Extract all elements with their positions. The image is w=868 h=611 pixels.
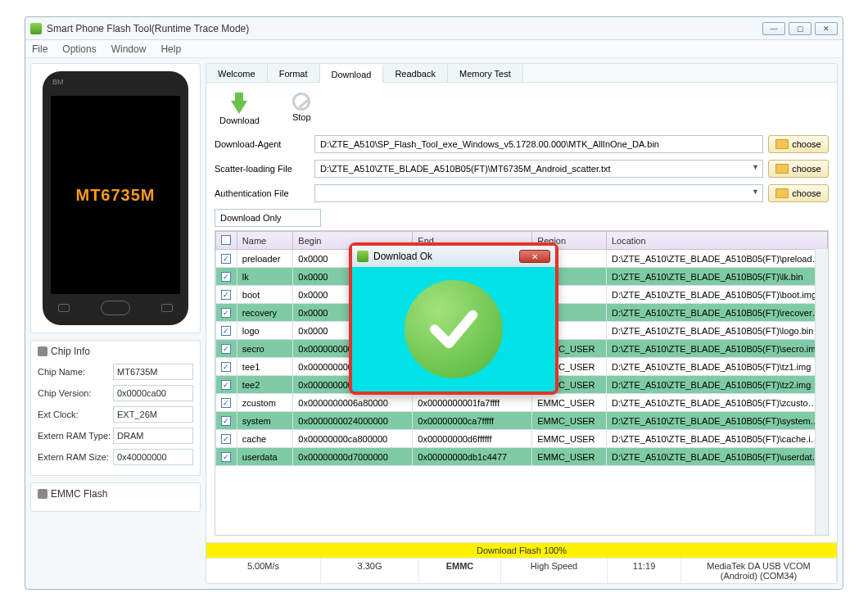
cell-end: 0x00000000d6ffffff [413,430,532,448]
row-checkbox[interactable]: ✓ [221,416,231,426]
cell-location: D:\ZTE_A510\ZTE_BLADE_A510B05(FT)\userda… [607,448,828,466]
status-port: MediaTek DA USB VCOM (Android) (COM34) [681,559,837,583]
tab-format[interactable]: Format [268,64,320,82]
softkey-home-icon [101,301,130,315]
table-row[interactable]: ✓userdata0x00000000d70000000x00000000db1… [216,448,828,466]
cell-region: EMMC_USER [532,430,607,448]
download-ok-dialog: Download Ok ✕ [349,242,558,395]
device-preview: MT6735M [30,63,201,333]
cell-location: D:\ZTE_A510\ZTE_BLADE_A510B05(FT)\tz1.im… [607,358,828,376]
tab-memory-test[interactable]: Memory Test [448,64,523,82]
emmc-title: EMMC Flash [38,488,193,500]
scatter-file-input[interactable]: D:\ZTE_A510\ZTE_BLADE_A510B05(FT)\MT6735… [314,160,763,178]
table-row[interactable]: ✓zcustom0x0000000006a800000x0000000001fa… [216,394,828,412]
status-speed: 5.00M/s [206,559,321,583]
download-button[interactable]: Download [219,93,260,125]
dialog-close-button[interactable]: ✕ [519,250,550,263]
chip-info-panel: Chip Info Chip Name:MT6735M Chip Version… [30,340,201,476]
chip-name-value: MT6735M [113,364,193,380]
ram-type-label: Extern RAM Type: [38,431,113,441]
stop-button[interactable]: Stop [292,93,311,125]
softkey-menu-icon [161,304,173,312]
cell-name: recovery [237,304,292,322]
maximize-button[interactable]: ▢ [789,22,811,35]
cell-name: lk [237,268,292,286]
choose-da-button[interactable]: choose [768,135,829,153]
status-size: 3.30G [321,559,419,583]
cell-location: D:\ZTE_A510\ZTE_BLADE_A510B05(FT)\zcusto… [607,394,828,412]
tab-welcome[interactable]: Welcome [206,64,268,82]
download-arrow-icon [231,101,247,114]
cell-name: cache [237,430,292,448]
row-checkbox[interactable]: ✓ [221,308,231,318]
header-checkbox[interactable] [221,235,231,245]
phone-frame: MT6735M [43,71,188,325]
status-mode: High Speed [501,559,608,583]
choose-scatter-button[interactable]: choose [768,160,829,178]
table-scrollbar[interactable] [815,249,828,535]
cell-name: secro [237,340,292,358]
stop-button-label: Stop [292,112,311,122]
cell-begin: 0x0000000024000000 [293,412,413,430]
ext-clock-label: Ext Clock: [38,410,113,419]
cell-location: D:\ZTE_A510\ZTE_BLADE_A510B05(FT)\secro.… [607,340,828,358]
cell-begin: 0x00000000ca800000 [293,430,413,448]
table-row[interactable]: ✓cache0x00000000ca8000000x00000000d6ffff… [216,430,828,448]
download-agent-label: Download-Agent [215,139,310,149]
close-button[interactable]: ✕ [815,22,838,35]
auth-file-input[interactable] [314,184,763,202]
col-name[interactable]: Name [237,232,292,250]
chip-name-label: Chip Name: [38,367,113,377]
menu-window[interactable]: Window [111,43,147,55]
row-checkbox[interactable]: ✓ [221,380,231,390]
cell-location: D:\ZTE_A510\ZTE_BLADE_A510B05(FT)\cache.… [607,430,828,448]
phone-screen: MT6735M [51,96,180,294]
row-checkbox[interactable]: ✓ [221,272,231,282]
row-checkbox[interactable]: ✓ [221,326,231,336]
row-checkbox[interactable]: ✓ [221,344,231,354]
table-row[interactable]: ✓system0x00000000240000000x00000000ca7ff… [216,412,828,430]
tab-download[interactable]: Download [320,65,384,83]
chip-info-title: Chip Info [38,346,193,357]
stop-icon [292,93,310,111]
auth-file-label: Authentication File [215,188,310,198]
cell-location: D:\ZTE_A510\ZTE_BLADE_A510B05(FT)\tz2.im… [607,376,828,394]
cell-end: 0x00000000db1c4477 [413,448,532,466]
cell-name: tee1 [237,358,292,376]
window-title: Smart Phone Flash Tool(Runtime Trace Mod… [47,23,249,34]
dialog-title: Download Ok [373,251,432,262]
ram-size-value: 0x40000000 [113,449,193,465]
cell-name: logo [237,322,292,340]
cell-location: D:\ZTE_A510\ZTE_BLADE_A510B05(FT)\system… [607,412,828,430]
statusbar: Download Flash 100% 5.00M/s 3.30G EMMC H… [206,542,837,583]
cell-location: D:\ZTE_A510\ZTE_BLADE_A510B05(FT)\logo.b… [607,322,828,340]
cell-region: EMMC_USER [532,448,607,466]
download-agent-input[interactable]: D:\ZTE_A510\SP_Flash_Tool_exe_Windows_v5… [314,135,763,153]
row-checkbox[interactable]: ✓ [221,452,231,462]
row-checkbox[interactable]: ✓ [221,398,231,408]
cell-begin: 0x00000000d7000000 [293,448,413,466]
emmc-panel: EMMC Flash [30,482,201,512]
cell-name: zcustom [237,394,292,412]
cell-end: 0x0000000001fa7ffff [413,394,532,412]
cell-name: userdata [237,448,292,466]
cell-begin: 0x0000000006a80000 [293,394,413,412]
menu-options[interactable]: Options [62,43,96,55]
row-checkbox[interactable]: ✓ [221,434,231,444]
scatter-file-label: Scatter-loading File [215,164,310,174]
download-mode-select[interactable]: Download Only [215,209,321,227]
row-checkbox[interactable]: ✓ [221,362,231,372]
tab-readback[interactable]: Readback [383,64,448,82]
row-checkbox[interactable]: ✓ [221,254,231,264]
choose-auth-button[interactable]: choose [768,184,829,202]
minimize-button[interactable]: — [762,22,785,35]
ram-size-label: Extern RAM Size: [38,452,113,462]
menu-help[interactable]: Help [160,43,181,55]
cell-region: EMMC_USER [532,394,607,412]
row-checkbox[interactable]: ✓ [221,290,231,300]
menu-file[interactable]: File [32,43,47,55]
cell-end: 0x00000000ca7fffff [413,412,532,430]
chip-version-value: 0x0000ca00 [113,385,193,401]
col-location[interactable]: Location [607,232,828,250]
chip-version-label: Chip Version: [38,388,113,398]
